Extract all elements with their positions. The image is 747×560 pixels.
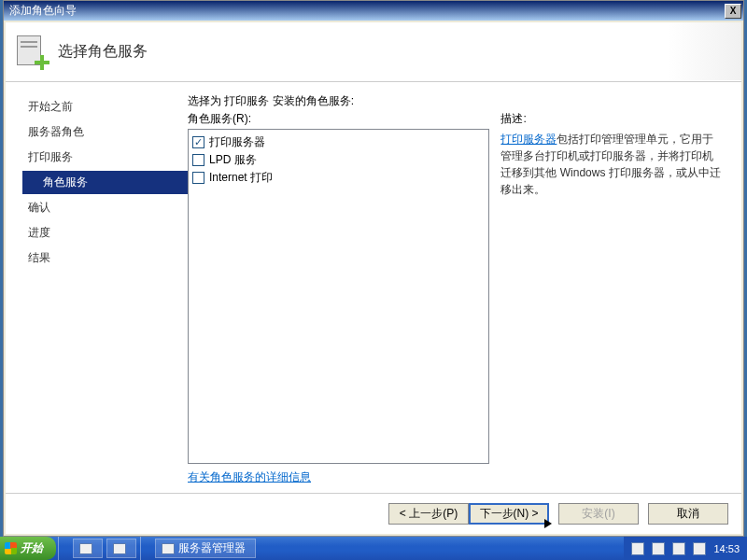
wizard-footer: < 上一步(P) 下一步(N) > 安装(I) 取消 [6,493,741,534]
quick-launch-icon[interactable] [106,539,136,558]
window-title: 添加角色向导 [6,3,725,19]
taskbar: 开始 服务器管理器 14:53 [0,537,747,560]
back-button[interactable]: < 上一步(P) [388,503,469,525]
window-icon [113,543,126,554]
app-icon [162,543,175,554]
cursor-icon [544,519,552,528]
role-label: 打印服务器 [209,134,265,150]
nav-print-services[interactable]: 打印服务 [22,146,188,169]
checkbox-icon[interactable] [192,172,204,184]
wizard-nav: 开始之前 服务器角色 打印服务 角色服务 确认 进度 结果 [6,82,188,493]
more-info-link[interactable]: 有关角色服务的详细信息 [188,470,311,483]
nav-before-you-begin[interactable]: 开始之前 [22,95,188,119]
titlebar: 添加角色向导 X [4,1,743,21]
nav-progress[interactable]: 进度 [22,221,188,245]
role-label: Internet 打印 [209,170,273,186]
wizard-body: 选择角色服务 开始之前 服务器角色 打印服务 角色服务 确认 进度 结果 选择为… [6,22,741,534]
instruction-text: 选择为 打印服务 安装的角色服务: [188,93,725,109]
nav-results[interactable]: 结果 [22,246,188,270]
quick-launch-icon[interactable] [73,539,103,558]
task-label: 服务器管理器 [178,540,246,556]
checkbox-icon[interactable] [192,154,204,166]
install-button: 安装(I) [558,503,639,525]
taskbar-item-server-manager[interactable]: 服务器管理器 [155,539,256,558]
role-lpd-service[interactable]: LPD 服务 [192,151,485,169]
role-internet-printing[interactable]: Internet 打印 [192,169,485,187]
nav-server-roles[interactable]: 服务器角色 [22,120,188,144]
next-button[interactable]: 下一步(N) > [469,503,549,525]
system-tray: 14:53 [624,537,747,560]
roles-label: 角色服务(R): [188,111,489,127]
checkbox-icon[interactable]: ✓ [192,136,204,148]
cancel-button[interactable]: 取消 [648,503,728,525]
tray-icon[interactable] [672,542,685,555]
tray-icon[interactable] [631,542,644,555]
role-services-listbox[interactable]: ✓ 打印服务器 LPD 服务 Internet 打印 [188,129,489,464]
start-button[interactable]: 开始 [0,537,56,560]
role-print-server[interactable]: ✓ 打印服务器 [192,133,485,151]
description-text: 打印服务器包括打印管理管理单元，它用于管理多台打印机或打印服务器，并将打印机迁移… [500,131,725,198]
server-add-icon [15,35,49,69]
tray-icon[interactable] [652,542,665,555]
nav-role-services[interactable]: 角色服务 [22,171,188,194]
wizard-window: 添加角色向导 X 选择角色服务 开始之前 服务器角色 打印服务 角色服务 确认 … [3,0,744,537]
description-link[interactable]: 打印服务器 [500,133,557,146]
clock[interactable]: 14:53 [713,543,740,554]
content-pane: 选择为 打印服务 安装的角色服务: 角色服务(R): ✓ 打印服务器 LPD 服… [188,82,741,493]
nav-confirmation[interactable]: 确认 [22,196,188,219]
page-title: 选择角色服务 [58,42,148,62]
tray-icon[interactable] [693,542,706,555]
description-title: 描述: [500,111,725,127]
wizard-header: 选择角色服务 [6,22,741,82]
role-label: LPD 服务 [209,152,257,168]
close-button[interactable]: X [725,4,741,19]
wizard-middle: 开始之前 服务器角色 打印服务 角色服务 确认 进度 结果 选择为 打印服务 安… [6,82,741,493]
window-icon [79,543,92,554]
